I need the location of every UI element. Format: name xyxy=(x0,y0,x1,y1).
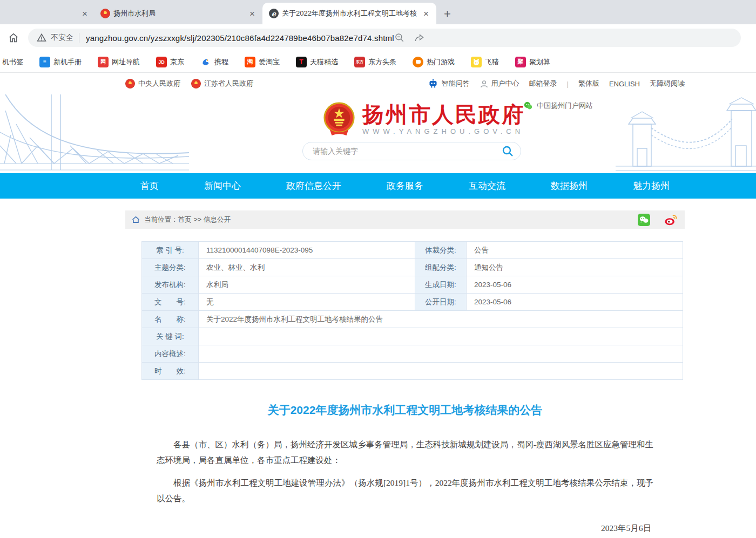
nav-news[interactable]: 新闻中心 xyxy=(204,180,241,192)
breadcrumb: 当前位置： 首页 >> 信息公开 xyxy=(125,210,685,229)
breadcrumb-separator: >> xyxy=(194,216,202,223)
nav-info-disclosure[interactable]: 政府信息公开 xyxy=(286,180,341,192)
link-central-gov[interactable]: 中央人民政府 xyxy=(125,79,180,88)
site-search[interactable] xyxy=(302,142,521,160)
nav-services[interactable]: 政务服务 xyxy=(387,180,423,192)
meta-label: 关 键 词: xyxy=(142,328,199,345)
table-row: 文 号: 无 公开日期: 2023-05-06 xyxy=(142,294,683,311)
meta-value: 关于2022年度扬州市水利工程文明工地考核结果的公告 xyxy=(199,311,683,328)
bookmark-manual[interactable]: ≡ 新机手册 xyxy=(39,57,82,67)
bookmark-toutiao[interactable]: 东方 东方头条 xyxy=(354,57,396,67)
close-icon[interactable]: × xyxy=(247,8,257,19)
meta-value: 农业、林业、水利 xyxy=(199,259,415,276)
national-emblem-icon xyxy=(191,79,201,88)
smart-qa-link[interactable]: 智能问答 xyxy=(428,79,470,88)
english-link[interactable]: ENGLISH xyxy=(609,80,640,88)
bridge-line-art-left xyxy=(0,94,189,173)
robot-icon xyxy=(428,79,438,88)
article-paragraph: 各县（市、区）水利（务）局，扬州经济开发区城乡事务管理局，生态科技新城规划建设局… xyxy=(157,437,653,468)
bookmark-fliggy[interactable]: 飞猪 xyxy=(471,57,499,67)
page-title: 关于2022年度扬州市水利工程文明工地考核结果的公告 xyxy=(157,403,653,418)
breadcrumb-home-link[interactable]: 首页 xyxy=(178,215,192,224)
article-date: 2023年5月6日 xyxy=(157,523,653,534)
juhuasuan-icon: 聚 xyxy=(515,57,526,67)
dongfang-toutiao-icon: 东方 xyxy=(354,57,365,67)
home-icon[interactable] xyxy=(8,32,19,44)
address-bar[interactable]: 不安全 yangzhou.gov.cn/yzszxxgk/slj/202305/… xyxy=(28,29,741,47)
national-emblem-icon xyxy=(125,79,135,88)
meta-label: 体裁分类: xyxy=(415,242,467,259)
meta-label: 文 号: xyxy=(142,294,199,311)
bookmark-jd[interactable]: JD 京东 xyxy=(156,57,184,67)
gov-utility-bar: 中央人民政府 江苏省人民政府 智能问答 用户中心 邮 xyxy=(0,73,756,94)
security-label: 不安全 xyxy=(51,33,73,43)
announcement-article: 关于2022年度扬州市水利工程文明工地考核结果的公告 各县（市、区）水利（务）局… xyxy=(125,403,685,538)
breadcrumb-section-link[interactable]: 信息公开 xyxy=(204,215,231,224)
search-icon[interactable] xyxy=(501,145,514,158)
article-paragraph: 根据《扬州市水利工程文明工地建设管理办法》（扬水规[2019]1号），2022年… xyxy=(157,475,653,506)
mail-login-link[interactable]: 邮箱登录 xyxy=(529,79,557,88)
main-nav-bar: 首页 新闻中心 政府信息公开 政务服务 互动交流 数据扬州 魅力扬州 xyxy=(0,173,756,199)
close-icon[interactable]: × xyxy=(421,8,431,19)
bridge-line-art-right xyxy=(616,94,756,173)
national-emblem-favicon xyxy=(100,9,110,18)
tab-title: 关于2022年度扬州市水利工程文明工地考核 xyxy=(282,9,418,18)
weibo-share-icon[interactable] xyxy=(664,214,677,226)
accessibility-link[interactable]: 无障碍阅读 xyxy=(650,79,685,88)
meta-label: 时 效: xyxy=(142,363,199,380)
bookmark-nav-site[interactable]: 网 网址导航 xyxy=(98,57,140,67)
table-row: 发布机构: 水利局 生成日期: 2023-05-06 xyxy=(142,276,683,294)
bookmark-tmall[interactable]: T 天猫精选 xyxy=(296,57,338,67)
table-row: 主题分类: 农业、林业、水利 组配分类: 通知公告 xyxy=(142,259,683,276)
traditional-link[interactable]: 繁体版 xyxy=(578,79,599,88)
link-jiangsu-gov[interactable]: 江苏省人民政府 xyxy=(191,79,253,88)
zoom-out-icon[interactable] xyxy=(394,32,405,43)
document-meta-table: 索 引 号: 11321000014407098E-2023-095 体裁分类:… xyxy=(141,241,683,380)
city-gov-emblem-logo xyxy=(322,102,356,137)
taobao-icon: 淘 xyxy=(245,57,255,67)
url-text[interactable]: yangzhou.gov.cn/yzszxxgk/slj/202305/210c… xyxy=(86,33,394,43)
new-tab-button[interactable]: + xyxy=(444,7,451,21)
user-icon xyxy=(480,79,489,88)
portal-link[interactable]: 中国扬州门户网站 xyxy=(524,101,593,111)
wechat-share-icon[interactable] xyxy=(638,214,650,226)
browser-tab-strip: × 扬州市水利局 × e 关于2022年度扬州市水利工程文明工地考核 × + xyxy=(0,0,756,24)
warning-icon xyxy=(37,33,46,43)
meta-value: 2023-05-06 xyxy=(467,276,683,294)
bookmark-juhuasuan[interactable]: 聚 聚划算 xyxy=(515,57,550,67)
bookmark-ctrip[interactable]: 携程 xyxy=(200,57,228,67)
meta-label: 名 称: xyxy=(142,311,199,328)
tab-shuiliju[interactable]: 扬州市水利局 × xyxy=(94,3,262,24)
tab-active-announcement[interactable]: e 关于2022年度扬州市水利工程文明工地考核 × xyxy=(262,3,436,24)
tab-title: 扬州市水利局 xyxy=(113,9,244,18)
share-icon[interactable] xyxy=(414,32,424,43)
manual-icon: ≡ xyxy=(39,57,50,67)
fliggy-pig-icon xyxy=(471,57,482,67)
bookmark-aitaobao[interactable]: 淘 爱淘宝 xyxy=(245,57,280,67)
browser-toolbar: 不安全 yangzhou.gov.cn/yzszxxgk/slj/202305/… xyxy=(0,24,756,51)
address-divider xyxy=(79,33,79,43)
site-title: 扬州市人民政府 xyxy=(362,103,525,126)
tab-cutoff[interactable]: × xyxy=(76,3,94,24)
nav-interaction[interactable]: 互动交流 xyxy=(469,180,505,192)
meta-value xyxy=(199,328,683,345)
utility-divider: | xyxy=(567,80,569,88)
meta-value: 11321000014407098E-2023-095 xyxy=(199,242,415,259)
meta-label: 组配分类: xyxy=(415,259,467,276)
site-url: WWW.YANGZHOU.GOV.CN xyxy=(362,127,525,135)
nav-charm[interactable]: 魅力扬州 xyxy=(633,180,670,192)
breadcrumb-prefix: 当前位置： xyxy=(144,215,178,224)
nav-data[interactable]: 数据扬州 xyxy=(551,180,588,192)
user-center-link[interactable]: 用户中心 xyxy=(480,79,519,88)
meta-label: 主题分类: xyxy=(142,259,199,276)
meta-value: 无 xyxy=(199,294,415,311)
bookmark-games[interactable]: 热门游戏 xyxy=(413,57,455,67)
table-row: 索 引 号: 11321000014407098E-2023-095 体裁分类:… xyxy=(142,242,683,259)
browser-logo-favicon: e xyxy=(269,9,279,18)
close-icon[interactable]: × xyxy=(80,8,90,19)
nav-home[interactable]: 首页 xyxy=(140,180,159,192)
search-input[interactable] xyxy=(313,147,501,155)
meta-value: 通知公告 xyxy=(467,259,683,276)
bookmark-cutoff[interactable]: 机书签 xyxy=(2,57,23,67)
nav-site-icon: 网 xyxy=(98,57,109,67)
